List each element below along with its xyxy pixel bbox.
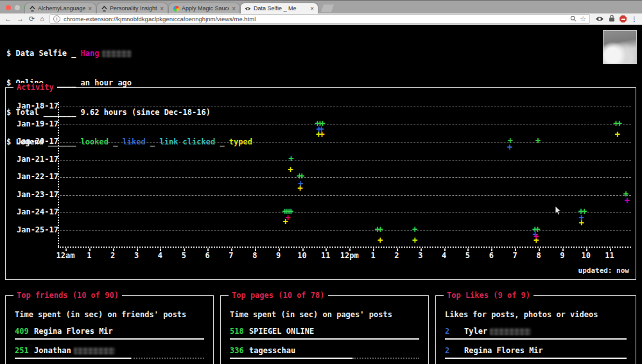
data-point-looked: + bbox=[534, 137, 542, 144]
bookmark-star-icon[interactable]: ☆ bbox=[580, 15, 586, 23]
data-point-looked: + bbox=[616, 119, 623, 127]
home-icon[interactable]: ⌂ bbox=[40, 15, 44, 22]
y-axis-label: Jan-24-17 bbox=[15, 207, 58, 216]
lock-extension-icon[interactable] bbox=[609, 15, 615, 24]
new-tab-button[interactable] bbox=[321, 4, 334, 12]
forward-icon[interactable]: → bbox=[17, 15, 24, 22]
item-value: 2 bbox=[445, 346, 464, 355]
data-point-other: + bbox=[532, 232, 540, 240]
item-value: 2 bbox=[445, 327, 464, 336]
item-bar bbox=[15, 338, 204, 340]
top-likes-subtitle: Likes for posts, photos or videos bbox=[445, 310, 598, 319]
y-axis-label: Jan-22-17 bbox=[15, 172, 58, 181]
item-name: SPIEGEL ONLINE bbox=[249, 327, 314, 336]
minimize-window-button[interactable] bbox=[15, 5, 20, 10]
list-item: 2Tyler bbox=[445, 327, 627, 336]
top-friends-title: Top friends (10 of 90) bbox=[13, 291, 122, 300]
data-selfie-eye-icon[interactable] bbox=[595, 15, 604, 24]
tab-personality-insights[interactable]: Personality Insights | IBM Wats × bbox=[96, 3, 168, 13]
zoom-icon[interactable] bbox=[570, 15, 577, 23]
adblock-icon[interactable] bbox=[620, 15, 627, 22]
title-line: $ Data Selfie _ Hang bbox=[6, 49, 252, 58]
y-axis-label: Jan-21-17 bbox=[15, 155, 58, 164]
list-item: 409Regina Flores Mir bbox=[15, 327, 204, 336]
list-item: 336tagesschau bbox=[230, 346, 419, 356]
data-point-looked: + bbox=[411, 225, 419, 233]
tab-apply-magic-sauce[interactable]: Apply Magic Sauce - Predictio × bbox=[168, 3, 240, 13]
browser-window: AlchemyLanguage | IBM Watso × Personalit… bbox=[0, 0, 642, 364]
x-axis bbox=[58, 247, 631, 248]
url-text[interactable]: chrome-extension://kjmnobfdkgaclpkgenicc… bbox=[64, 15, 567, 22]
item-value: 518 bbox=[230, 327, 249, 336]
item-value: 409 bbox=[15, 327, 34, 336]
address-bar[interactable]: i chrome-extension://kjmnobfdkgaclpkgeni… bbox=[49, 14, 590, 24]
activity-chart: Jan-18-17Jan-19-17Jan-20-17Jan-21-17Jan-… bbox=[6, 88, 636, 279]
data-point-typed: + bbox=[411, 236, 419, 244]
data-point-typed: + bbox=[318, 130, 325, 138]
close-window-button[interactable] bbox=[6, 5, 11, 10]
item-name: Regina Flores Mir bbox=[34, 327, 113, 336]
grid-line bbox=[60, 160, 631, 160]
item-name: Regina Flores Mir bbox=[464, 346, 543, 355]
profile-photo bbox=[603, 30, 637, 64]
y-axis bbox=[58, 102, 59, 247]
item-value: 251 bbox=[15, 346, 34, 355]
list-item: 2Regina Flores Mir bbox=[445, 346, 627, 356]
redacted-surname bbox=[102, 50, 132, 57]
tabs: AlchemyLanguage | IBM Watso × Personalit… bbox=[24, 0, 333, 13]
y-axis-label: Jan-23-17 bbox=[15, 190, 58, 199]
x-axis-label: 11 bbox=[596, 251, 624, 260]
grid-line bbox=[60, 195, 631, 196]
close-tab-icon[interactable]: × bbox=[88, 5, 92, 12]
watson-icon bbox=[101, 5, 107, 12]
y-axis-label: Jan-18-17 bbox=[15, 101, 58, 110]
redacted-name bbox=[490, 328, 531, 335]
data-point-typed: + bbox=[376, 236, 384, 244]
grid-line bbox=[60, 177, 631, 178]
close-tab-icon[interactable]: × bbox=[232, 5, 236, 12]
item-name: Jonathan bbox=[34, 346, 71, 355]
item-name: Tyler bbox=[464, 327, 487, 336]
list-item: 251Jonathan bbox=[15, 346, 204, 356]
close-tab-icon[interactable]: × bbox=[310, 5, 314, 12]
activity-panel: Activity Jan-18-17Jan-19-17Jan-20-17Jan-… bbox=[5, 87, 636, 280]
top-friends-subtitle: Time spent (in sec) on friends' posts bbox=[15, 310, 186, 319]
item-value: 336 bbox=[230, 346, 249, 355]
data-point-liked: + bbox=[506, 143, 514, 151]
chrome-menu-icon[interactable]: ⋮ bbox=[631, 15, 638, 22]
data-point-typed: + bbox=[286, 166, 294, 173]
username: Hang bbox=[81, 49, 100, 58]
watson-icon bbox=[29, 5, 35, 12]
item-bar bbox=[230, 338, 419, 340]
y-axis-label: Jan-20-17 bbox=[15, 137, 58, 146]
data-point-typed: + bbox=[578, 219, 586, 227]
grid-line bbox=[60, 107, 631, 107]
y-axis-label: Jan-19-17 bbox=[15, 119, 58, 128]
top-pages-panel: Top pages (10 of 78) Time spent (in sec)… bbox=[220, 295, 429, 364]
tab-data-selfie[interactable]: Data Selfie _ Me × bbox=[240, 3, 318, 13]
tab-alchemylanguage[interactable]: AlchemyLanguage | IBM Watso × bbox=[24, 3, 96, 13]
grid-line bbox=[60, 212, 631, 213]
y-axis-label: Jan-25-17 bbox=[15, 225, 58, 234]
online-value: an hour ago bbox=[81, 78, 132, 87]
grid-line bbox=[60, 125, 631, 125]
item-bar bbox=[445, 358, 627, 359]
data-point-typed: + bbox=[614, 130, 621, 138]
top-pages-title: Top pages (10 of 78) bbox=[229, 291, 328, 300]
data-point-other: + bbox=[623, 196, 631, 204]
close-tab-icon[interactable]: × bbox=[160, 5, 164, 12]
extension-icons: ⋮ bbox=[595, 15, 638, 24]
top-pages-subtitle: Time spent (in sec) on pages' posts bbox=[230, 310, 392, 319]
data-point-looked: + bbox=[288, 155, 295, 162]
data-selfie-page: $ Data Selfie _ Hang $ Online ______ an … bbox=[0, 25, 642, 364]
data-point-looked: + bbox=[376, 225, 384, 233]
redacted-name bbox=[74, 347, 115, 354]
page-info-icon[interactable]: i bbox=[53, 15, 60, 22]
list-item: 518SPIEGEL ONLINE bbox=[230, 327, 419, 336]
updated-status: updated: now bbox=[578, 266, 629, 275]
back-icon[interactable]: ← bbox=[4, 15, 12, 22]
reload-icon[interactable]: ⟳ bbox=[29, 15, 35, 22]
data-point-typed: + bbox=[297, 184, 304, 192]
item-name: tagesschau bbox=[249, 346, 295, 355]
magic-sauce-icon bbox=[173, 5, 179, 12]
